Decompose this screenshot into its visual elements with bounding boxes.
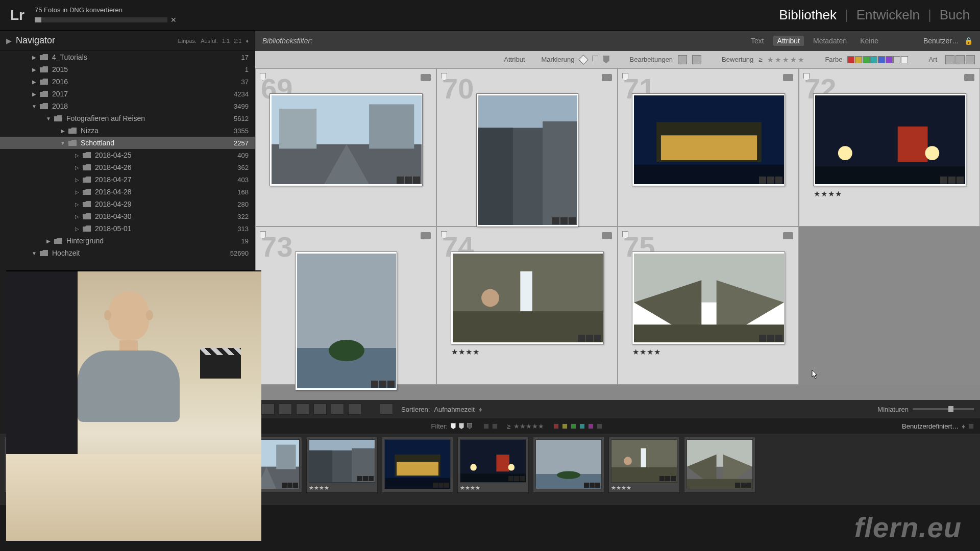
color-swatch[interactable] bbox=[886, 56, 893, 63]
fs-edit-off-icon[interactable] bbox=[492, 423, 498, 429]
zoom-fill[interactable]: Ausfül. bbox=[201, 38, 218, 44]
folder-row[interactable]: ▼ Fotografieren auf Reisen5612 bbox=[0, 112, 255, 124]
fs-color-yellow[interactable] bbox=[562, 423, 568, 429]
module-develop[interactable]: Entwickeln bbox=[856, 7, 920, 23]
filmstrip-cell[interactable]: ★★★★ bbox=[306, 437, 378, 493]
folder-row[interactable]: ▶ 20151 bbox=[0, 63, 255, 76]
fs-color-green[interactable] bbox=[571, 423, 576, 429]
fs-flag-unflagged-icon[interactable] bbox=[459, 423, 464, 429]
flag-picked-icon[interactable] bbox=[578, 55, 589, 65]
kind-video-icon[interactable] bbox=[966, 55, 975, 64]
filter-preset-dropdown[interactable]: Benutzer… bbox=[923, 37, 959, 45]
filter-tab-text[interactable]: Text bbox=[747, 36, 768, 46]
view-grid-icon[interactable] bbox=[261, 404, 275, 415]
folder-row[interactable]: ▼ Schottland2257 bbox=[0, 137, 255, 149]
thumbnail-size-slider[interactable] bbox=[913, 408, 974, 410]
filmstrip-cell[interactable]: ★★★★ bbox=[608, 437, 680, 493]
folder-row[interactable]: ▶ 20174234 bbox=[0, 88, 255, 100]
zoom-2-1[interactable]: 2:1 bbox=[234, 38, 241, 44]
rating-op-icon[interactable]: ≥ bbox=[758, 56, 762, 63]
grid-cell[interactable]: 73 bbox=[255, 227, 436, 385]
kind-master-icon[interactable] bbox=[945, 55, 954, 64]
folder-row[interactable]: ▼ Hochzeit52690 bbox=[0, 247, 255, 259]
color-swatch[interactable] bbox=[847, 56, 854, 63]
fs-flag-picked-icon[interactable] bbox=[451, 423, 456, 429]
view-compare-icon[interactable] bbox=[296, 404, 309, 415]
svg-rect-69 bbox=[536, 440, 601, 474]
filmstrip-cell[interactable] bbox=[382, 437, 453, 493]
edits-on-icon[interactable] bbox=[678, 55, 687, 64]
grid-view[interactable]: 69 70 ★★★★ 71 72 bbox=[255, 68, 980, 400]
zoom-fit[interactable]: Einpas. bbox=[178, 38, 197, 44]
kind-vcopy-icon[interactable] bbox=[955, 55, 965, 64]
filter-tab-metadata[interactable]: Metadaten bbox=[809, 36, 851, 46]
fs-rating-op-icon[interactable]: ≥ bbox=[507, 422, 510, 430]
view-people-icon[interactable] bbox=[331, 404, 344, 415]
filmstrip-cell[interactable]: ★★★★ bbox=[457, 437, 529, 493]
view-loupe-icon[interactable] bbox=[279, 404, 292, 415]
color-swatch[interactable] bbox=[870, 56, 877, 63]
folder-row[interactable]: ▶ Nizza3355 bbox=[0, 124, 255, 137]
grid-cell[interactable]: 70 ★★★★ bbox=[436, 68, 618, 227]
filmstrip-switch-icon[interactable] bbox=[968, 423, 974, 429]
color-swatch[interactable] bbox=[863, 56, 870, 63]
svg-point-20 bbox=[925, 146, 939, 160]
svg-point-76 bbox=[624, 457, 632, 465]
view-survey-icon[interactable] bbox=[313, 404, 327, 415]
folder-row[interactable]: ▷ 2018-04-29280 bbox=[0, 198, 255, 210]
color-swatch[interactable] bbox=[855, 56, 862, 63]
edits-off-icon[interactable] bbox=[692, 55, 701, 64]
cancel-task-icon[interactable]: ✕ bbox=[170, 16, 177, 24]
module-library[interactable]: Bibliothek bbox=[779, 7, 837, 23]
sort-dropdown[interactable]: Aufnahmezeit bbox=[434, 406, 475, 413]
svg-rect-23 bbox=[297, 254, 396, 348]
zoom-menu-icon[interactable]: ♦ bbox=[246, 38, 249, 44]
module-book[interactable]: Buch bbox=[940, 7, 970, 23]
fs-color-purple[interactable] bbox=[588, 423, 594, 429]
attribute-filter-bar: Attribut Markierung Bearbeitungen Bewert… bbox=[255, 51, 980, 68]
filmstrip-cell[interactable] bbox=[533, 437, 604, 493]
svg-rect-3 bbox=[279, 109, 316, 148]
color-swatch[interactable] bbox=[893, 56, 900, 63]
folder-row[interactable]: ▼ 20183499 bbox=[0, 100, 255, 112]
filter-tab-none[interactable]: Keine bbox=[856, 36, 883, 46]
folder-row[interactable]: ▷ 2018-04-26362 bbox=[0, 161, 255, 173]
grid-cell[interactable]: 69 bbox=[255, 68, 436, 227]
color-swatch[interactable] bbox=[901, 56, 908, 63]
flag-unflagged-icon[interactable] bbox=[592, 56, 598, 63]
folder-row[interactable]: ▶ 201637 bbox=[0, 76, 255, 88]
folder-row[interactable]: ▶ Hintergrund19 bbox=[0, 235, 255, 247]
module-separator: | bbox=[928, 7, 932, 23]
zoom-1-1[interactable]: 1:1 bbox=[222, 38, 230, 44]
folder-row[interactable]: ▷ 2018-04-30322 bbox=[0, 210, 255, 222]
fs-color-red[interactable] bbox=[553, 423, 559, 429]
svg-rect-60 bbox=[397, 462, 438, 475]
grid-cell[interactable]: 71 bbox=[618, 68, 799, 227]
folder-row[interactable]: ▷ 2018-04-25409 bbox=[0, 149, 255, 161]
color-swatch[interactable] bbox=[878, 56, 885, 63]
filmstrip-preset-dropdown[interactable]: Benutzerdefiniert… bbox=[902, 422, 959, 430]
painter-icon[interactable] bbox=[348, 404, 361, 415]
filmstrip-cell[interactable] bbox=[684, 437, 755, 493]
rating-stars[interactable]: ★★★★★ bbox=[767, 56, 804, 64]
folder-row[interactable]: ▷ 2018-04-27403 bbox=[0, 173, 255, 186]
grid-cell[interactable]: 75 ★★★★ bbox=[618, 227, 799, 385]
filter-tab-attribute[interactable]: Attribut bbox=[773, 36, 804, 46]
fs-flag-rejected-icon[interactable] bbox=[467, 423, 472, 429]
folder-row[interactable]: ▶ 4_Tutorials17 bbox=[0, 51, 255, 63]
color-swatches[interactable] bbox=[847, 56, 908, 63]
navigator-toggle-icon[interactable]: ▶ bbox=[6, 37, 12, 45]
svg-rect-18 bbox=[897, 127, 927, 162]
folder-row[interactable]: ▷ 2018-05-01313 bbox=[0, 222, 255, 235]
fs-color-blue[interactable] bbox=[579, 423, 585, 429]
folder-row[interactable]: ▷ 2018-04-28168 bbox=[0, 186, 255, 198]
lock-icon[interactable]: 🔒 bbox=[964, 37, 973, 45]
svg-rect-16 bbox=[964, 74, 974, 81]
grid-cell[interactable]: 72 ★★★★ bbox=[799, 68, 980, 227]
sort-direction-icon[interactable] bbox=[380, 404, 393, 415]
grid-cell[interactable]: 74 ★★★★ bbox=[436, 227, 618, 385]
fs-color-none[interactable] bbox=[597, 423, 602, 429]
flag-rejected-icon[interactable] bbox=[603, 56, 609, 63]
fs-edit-on-icon[interactable] bbox=[483, 423, 489, 429]
svg-rect-11 bbox=[783, 74, 793, 81]
